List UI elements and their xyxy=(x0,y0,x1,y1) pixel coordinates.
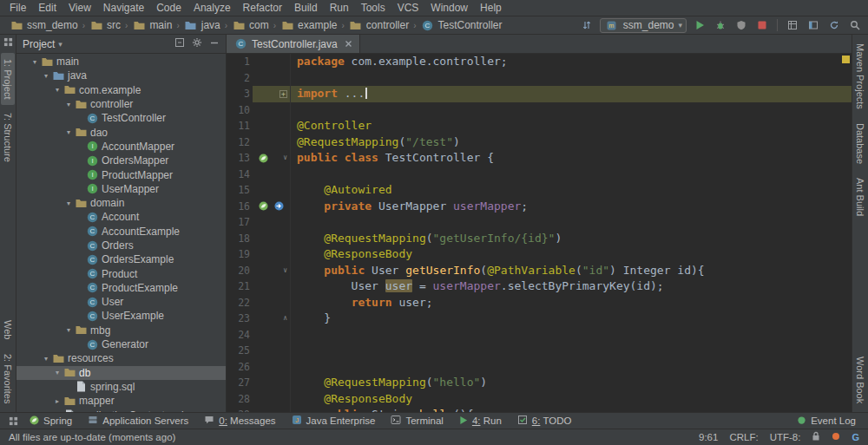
toolwindow-tab-7-structure[interactable]: 7: Structure xyxy=(1,107,15,168)
fold-collapse-icon[interactable]: ∨ xyxy=(283,267,287,274)
project-panel-title[interactable]: Project xyxy=(23,38,55,50)
code-line-21[interactable]: 21 User user = userMapper.selectByPrimar… xyxy=(227,278,852,295)
chevron-down-icon[interactable]: ▾ xyxy=(30,58,40,66)
stop-button[interactable] xyxy=(754,17,770,33)
translate-plugin-icon[interactable]: G xyxy=(852,432,859,442)
tree-item-Generator[interactable]: CGenerator xyxy=(16,337,226,351)
menu-build[interactable]: Build xyxy=(288,1,324,15)
toolwindow-anchor-icon[interactable] xyxy=(3,37,13,49)
notification-icon[interactable] xyxy=(832,432,840,442)
line-number[interactable]: 26 xyxy=(227,359,253,376)
editor-tab[interactable]: C TestController.java xyxy=(227,35,360,53)
close-icon[interactable] xyxy=(345,40,352,48)
menu-analyze[interactable]: Analyze xyxy=(187,1,237,15)
chevron-down-icon[interactable]: ▾ xyxy=(63,326,74,334)
run-config-select[interactable]: m ssm_demo ▾ xyxy=(600,18,687,33)
panel-layout-icon[interactable] xyxy=(806,17,821,33)
menu-window[interactable]: Window xyxy=(424,1,474,15)
coverage-button[interactable] xyxy=(733,17,749,33)
line-number[interactable]: 28 xyxy=(227,391,253,408)
line-number[interactable]: 24 xyxy=(227,327,253,344)
line-number[interactable]: 21 xyxy=(227,278,253,295)
line-number[interactable]: 22 xyxy=(227,295,253,311)
toolwindow-tab-word-book[interactable]: Word Book xyxy=(853,350,867,409)
tree-item-main[interactable]: ▾main xyxy=(16,55,226,69)
settings-icon[interactable] xyxy=(192,37,202,50)
breadcrumb-item-com[interactable]: com xyxy=(229,18,272,32)
tree-item-TestController[interactable]: CTestController xyxy=(16,111,226,125)
line-number[interactable]: 14 xyxy=(227,167,253,183)
code-line-13[interactable]: 13∨public class TestController { xyxy=(227,150,852,167)
tree-item-OrdersExample[interactable]: COrdersExample xyxy=(16,252,226,266)
menu-help[interactable]: Help xyxy=(474,1,508,15)
tree-item-ProductExample[interactable]: CProductExample xyxy=(16,281,226,295)
tree-item-mbg[interactable]: ▾mbg xyxy=(16,324,226,337)
tree-item-UserExample[interactable]: CUserExample xyxy=(16,309,226,323)
tree-item-db[interactable]: ▾db xyxy=(16,366,226,380)
fold-collapse-icon[interactable]: ∧ xyxy=(283,315,287,322)
tree-item-mapper[interactable]: ▸mapper xyxy=(16,394,226,408)
sort-icon[interactable] xyxy=(579,17,595,33)
menu-file[interactable]: File xyxy=(3,1,32,15)
code-line-24[interactable]: 24 xyxy=(227,327,852,344)
breadcrumb-item-TestController[interactable]: CTestController xyxy=(418,18,505,32)
code-line-27[interactable]: 27 @RequestMapping("hello") xyxy=(227,375,852,391)
line-number[interactable]: 23 xyxy=(227,311,253,327)
code-line-29[interactable]: 29 public String hello(){ xyxy=(227,407,852,412)
line-number[interactable]: 27 xyxy=(227,375,253,391)
toolwindow-button-spring[interactable]: Spring xyxy=(23,415,79,428)
tree-item-java[interactable]: ▾java xyxy=(16,69,226,82)
toolwindow-switcher-icon[interactable] xyxy=(5,413,21,429)
tree-item-com.example[interactable]: ▾com.example xyxy=(16,83,226,97)
menu-navigate[interactable]: Navigate xyxy=(97,1,150,15)
tree-item-AccountMapper[interactable]: IAccountMapper xyxy=(16,140,226,154)
code-line-26[interactable]: 26 xyxy=(227,359,852,376)
code-line-23[interactable]: 23∧ } xyxy=(227,311,852,327)
toolwindow-tab-web[interactable]: Web xyxy=(1,314,15,345)
code-line-17[interactable]: 17 xyxy=(227,214,852,231)
toolwindow-button-terminal[interactable]: Terminal xyxy=(384,414,450,428)
code-line-15[interactable]: 15 @Autowired xyxy=(227,182,852,199)
line-number[interactable]: 15 xyxy=(227,182,253,199)
line-number[interactable]: 17 xyxy=(227,214,253,231)
toolwindow-button-4-run[interactable]: 4: Run xyxy=(452,415,509,428)
line-number[interactable]: 2 xyxy=(227,70,253,87)
menu-code[interactable]: Code xyxy=(150,1,187,15)
line-number[interactable]: 10 xyxy=(227,102,253,119)
breadcrumb-item-ssm_demo[interactable]: ssm_demo xyxy=(7,18,81,32)
event-log-button[interactable]: Event Log xyxy=(790,415,863,428)
menu-refactor[interactable]: Refactor xyxy=(237,1,288,15)
caret-position[interactable]: 9:61 xyxy=(699,432,718,442)
menu-vcs[interactable]: VCS xyxy=(391,1,425,15)
toolwindow-button-java-enterprise[interactable]: JJava Enterprise xyxy=(285,414,383,428)
code-line-10[interactable]: 10 xyxy=(227,102,852,119)
breadcrumb-item-example[interactable]: example xyxy=(278,18,339,32)
tree-item-AccountExample[interactable]: CAccountExample xyxy=(16,225,226,239)
line-separator-indicator[interactable]: CRLF: xyxy=(729,432,758,442)
line-number[interactable]: 20 xyxy=(227,263,253,279)
search-icon[interactable] xyxy=(847,17,863,33)
chevron-right-icon[interactable]: ▸ xyxy=(52,397,62,405)
tree-item-resources[interactable]: ▾resources xyxy=(16,351,226,365)
line-number[interactable]: 1 xyxy=(227,54,253,70)
line-number[interactable]: 19 xyxy=(227,246,253,263)
line-number[interactable]: 16 xyxy=(227,199,253,215)
line-number[interactable]: 11 xyxy=(227,118,253,134)
tree-item-UserMapper[interactable]: IUserMapper xyxy=(16,182,226,196)
code-line-20[interactable]: 20∨ public User getUserInfo(@PathVariabl… xyxy=(227,263,852,279)
chevron-down-icon[interactable]: ▾ xyxy=(41,355,51,363)
fold-collapse-icon[interactable]: ∨ xyxy=(283,154,287,161)
code-line-11[interactable]: 11@Controller xyxy=(227,118,852,134)
tree-item-OrdersMapper[interactable]: IOrdersMapper xyxy=(16,154,226,167)
breadcrumb-item-src[interactable]: src xyxy=(87,18,123,32)
chevron-down-icon[interactable]: ▾ xyxy=(63,128,74,136)
debug-button[interactable] xyxy=(713,17,728,33)
encoding-indicator[interactable]: UTF-8: xyxy=(770,432,801,442)
grid-icon[interactable] xyxy=(785,17,800,33)
menu-edit[interactable]: Edit xyxy=(32,1,62,15)
toolwindow-tab-ant-build[interactable]: Ant Build xyxy=(853,172,867,222)
code-line-19[interactable]: 19 @ResponseBody xyxy=(227,246,852,263)
tree-item-controller[interactable]: ▾controller xyxy=(16,97,226,111)
line-number[interactable]: 12 xyxy=(227,134,253,151)
code-line-2[interactable]: 2 xyxy=(227,70,852,87)
